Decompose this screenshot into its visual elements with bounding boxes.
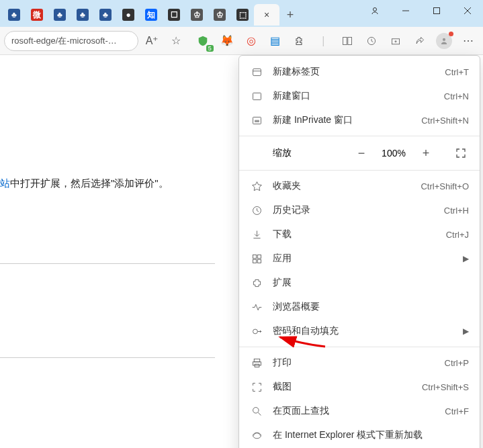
menu-shortcut: Ctrl+N <box>444 91 469 101</box>
content-text: 站中打开扩展，然后选择"添加评价"。 <box>0 177 169 190</box>
split-screen-icon[interactable] <box>337 30 358 52</box>
menu-screenshot[interactable]: 截图 Ctrl+Shift+S <box>239 375 480 399</box>
adguard-icon[interactable] <box>192 30 214 52</box>
divider-line <box>0 357 215 358</box>
menu-downloads[interactable]: 下载 Ctrl+J <box>239 222 480 247</box>
tab-strip: ♣ 微 ♣ ♣ ♣ ● 知 ☐ ♔ ♔ ⬚ × + <box>0 3 301 27</box>
menu-separator <box>239 170 480 171</box>
settings-menu: 新建标签页 Ctrl+T 新建窗口 Ctrl+N 新建 InPrivate 窗口… <box>238 55 480 448</box>
svg-point-22 <box>253 329 257 334</box>
vertical-line-sep: | <box>312 30 334 52</box>
menu-passwords[interactable]: 密码和自动填充 ▶ <box>239 319 480 343</box>
tab-7[interactable]: ☐ <box>163 4 185 26</box>
history-icon[interactable] <box>361 30 382 52</box>
menu-new-window[interactable]: 新建窗口 Ctrl+N <box>239 84 480 108</box>
svg-rect-14 <box>253 93 261 99</box>
screenshot-icon <box>250 380 263 394</box>
menu-shortcut: Ctrl+T <box>445 67 469 77</box>
close-window-button[interactable] <box>452 0 483 21</box>
menu-shortcut: Ctrl+Shift+S <box>422 382 469 392</box>
menu-label: 扩展 <box>273 277 469 289</box>
menu-shortcut: Ctrl+F <box>445 406 469 416</box>
tab-8[interactable]: ♔ <box>185 4 208 26</box>
close-tab-icon[interactable]: × <box>264 9 269 20</box>
tab-9[interactable]: ♔ <box>208 4 231 26</box>
collections-icon[interactable] <box>385 30 406 52</box>
svg-point-28 <box>253 433 261 439</box>
read-aloud-icon[interactable]: A⁺ <box>141 30 163 52</box>
ie-icon <box>250 429 263 442</box>
menu-find[interactable]: 在页面上查找 Ctrl+F <box>239 399 480 423</box>
favorite-star-icon[interactable]: ☆ <box>165 30 187 52</box>
tab-1[interactable]: 微 <box>26 4 48 26</box>
star-icon <box>250 179 263 193</box>
tab-5[interactable]: ● <box>117 4 140 26</box>
window-controls <box>359 0 483 21</box>
svg-rect-24 <box>253 361 261 365</box>
tab-4[interactable]: ♣ <box>94 4 117 26</box>
svg-rect-12 <box>253 69 261 75</box>
svg-rect-25 <box>255 364 259 367</box>
tab-0[interactable]: ♣ <box>3 4 26 26</box>
svg-rect-6 <box>348 37 352 44</box>
zoom-in-button[interactable]: + <box>418 145 434 161</box>
menu-ie-mode[interactable]: 在 Internet Explorer 模式下重新加载 <box>239 423 480 447</box>
zoom-label: 缩放 <box>273 147 353 159</box>
new-window-icon <box>250 89 263 103</box>
menu-print[interactable]: 打印 Ctrl+P <box>239 351 480 375</box>
menu-new-tab[interactable]: 新建标签页 Ctrl+T <box>239 60 480 84</box>
maximize-button[interactable] <box>421 0 452 21</box>
fullscreen-button[interactable] <box>453 145 469 161</box>
menu-zoom: 缩放 − 100% + <box>239 140 480 167</box>
zoom-value: 100% <box>380 148 407 159</box>
new-tab-icon <box>250 65 263 79</box>
menu-shortcut: Ctrl+Shift+N <box>421 116 469 126</box>
menu-separator <box>239 136 480 136</box>
menu-separator <box>239 347 480 347</box>
extension-target-icon[interactable]: ◎ <box>240 30 262 52</box>
zoom-out-button[interactable]: − <box>353 145 369 161</box>
svg-rect-18 <box>253 255 256 258</box>
puzzle-icon <box>250 276 263 289</box>
menu-label: 应用 <box>273 253 457 265</box>
menu-shortcut: Ctrl+Shift+O <box>421 181 469 191</box>
address-bar[interactable]: rosoft-edge/在-microsoft-… <box>4 31 138 51</box>
svg-rect-16 <box>255 120 259 122</box>
profile-avatar-icon[interactable] <box>433 30 455 52</box>
tab-10[interactable]: ⬚ <box>231 4 254 26</box>
content-mid: 中打开扩展，然后选择" <box>10 177 114 189</box>
menu-new-inprivate[interactable]: 新建 InPrivate 窗口 Ctrl+Shift+N <box>239 108 480 132</box>
download-icon <box>250 228 263 241</box>
svg-rect-23 <box>254 359 260 361</box>
tab-3[interactable]: ♣ <box>71 4 94 26</box>
menu-label: 密码和自动填充 <box>273 325 457 337</box>
toolbar: rosoft-edge/在-microsoft-… A⁺ ☆ 🦊 ◎ ▤ | ⋯ <box>0 27 483 55</box>
tab-active[interactable]: × <box>254 4 279 26</box>
menu-favorites[interactable]: 收藏夹 Ctrl+Shift+O <box>239 174 480 198</box>
more-menu-button[interactable]: ⋯ <box>457 30 479 52</box>
extension-fox-icon[interactable]: 🦊 <box>216 30 238 52</box>
search-icon <box>250 404 263 418</box>
svg-line-27 <box>258 412 261 415</box>
menu-label: 历史记录 <box>273 204 444 216</box>
apps-icon <box>250 252 263 265</box>
tab-6[interactable]: 知 <box>140 4 163 26</box>
tab-2[interactable]: ♣ <box>48 4 71 26</box>
extension-doc-icon[interactable]: ▤ <box>265 30 286 52</box>
new-tab-button[interactable]: + <box>279 4 301 26</box>
share-icon[interactable] <box>409 30 431 52</box>
extensions-icon[interactable] <box>289 30 310 52</box>
menu-history[interactable]: 历史记录 Ctrl+H <box>239 198 480 222</box>
submenu-arrow-icon: ▶ <box>463 254 469 263</box>
menu-label: 新建 InPrivate 窗口 <box>273 114 421 126</box>
menu-shortcut: Ctrl+J <box>446 230 469 240</box>
menu-apps[interactable]: 应用 ▶ <box>239 247 480 271</box>
menu-extensions[interactable]: 扩展 <box>239 271 480 295</box>
menu-label: 新建标签页 <box>273 66 445 78</box>
account-switch-icon[interactable] <box>359 0 390 21</box>
minimize-button[interactable] <box>390 0 421 21</box>
menu-shortcut: Ctrl+H <box>444 206 469 216</box>
menu-shortcut: Ctrl+P <box>445 358 469 368</box>
content-link[interactable]: 站 <box>0 177 10 189</box>
menu-browser-essentials[interactable]: 浏览器概要 <box>239 295 480 319</box>
